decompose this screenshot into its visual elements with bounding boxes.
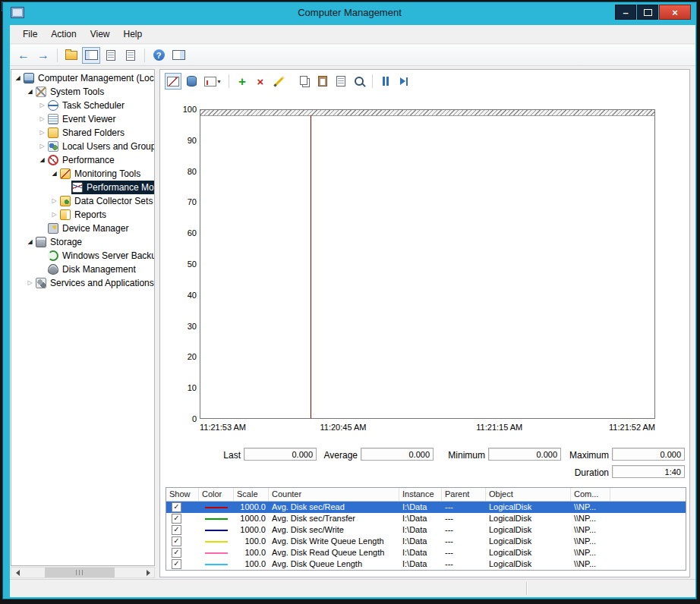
object-cell: LogicalDisk [486,536,571,547]
menu-view[interactable]: View [84,27,117,42]
zoom-button[interactable] [351,73,367,90]
counter-row-avg-disk-sec-read[interactable]: ✓1000.0Avg. Disk sec/ReadI:\Data---Logic… [166,502,686,513]
show-action-pane-button[interactable] [169,47,188,64]
column-header-color[interactable]: Color [199,488,234,501]
minimum-label: Minimum [437,449,485,462]
column-header-object[interactable]: Object [486,488,571,501]
tree-item-data-collector-sets[interactable]: ▷Data Collector Sets [11,194,154,208]
view-current-activity-button[interactable] [165,73,181,90]
counter-row-avg-disk-sec-transfer[interactable]: ✓1000.0Avg. Disk sec/TransferI:\Data---L… [166,513,686,524]
tree-item-storage[interactable]: ◢Storage [11,235,154,249]
tree-item-performance[interactable]: ◢Performance [11,153,154,167]
expanded-expander-icon[interactable]: ◢ [25,235,35,249]
back-button[interactable]: ← [14,47,33,64]
collapsed-expander-icon[interactable]: ▷ [25,276,35,290]
scale-cell: 100.0 [234,536,269,547]
client-area: FileActionViewHelp ← → ? ◢Computer Manag… [10,25,695,596]
tree-item-band: Performance Mo [71,181,154,194]
tree-item-band: Task Scheduler [47,99,154,112]
tree-item-device-manager[interactable]: Device Manager [11,222,154,235]
change-graph-type-button[interactable]: ▾ [201,73,224,90]
menu-help[interactable]: Help [117,27,150,42]
properties-button[interactable] [333,73,349,90]
properties-icon [336,76,345,87]
minimize-button[interactable]: – [615,5,636,20]
tree-item-monitoring-tools[interactable]: ◢Monitoring Tools [11,167,154,181]
title-bar[interactable]: Computer Management – × [3,2,696,23]
menu-file[interactable]: File [16,27,44,42]
column-header-scale[interactable]: Scale [234,488,269,501]
expanded-expander-icon[interactable]: ◢ [37,153,47,167]
tree-item-services-and-applications[interactable]: ▷Services and Applications [11,276,154,290]
collapsed-expander-icon[interactable]: ▷ [37,112,47,126]
color-cell [199,502,234,513]
up-one-level-button[interactable] [62,47,80,64]
column-header-parent[interactable]: Parent [442,488,486,501]
maximize-button[interactable] [637,5,658,20]
tree-item-shared-folders[interactable]: ▷Shared Folders [11,126,154,140]
show-checkbox[interactable]: ✓ [172,559,181,569]
menu-action[interactable]: Action [44,27,83,42]
collapsed-expander-icon[interactable]: ▷ [49,194,59,208]
tree-horizontal-scrollbar[interactable] [11,567,155,578]
collapsed-expander-icon[interactable]: ▷ [37,126,47,140]
expanded-expander-icon[interactable]: ◢ [25,85,35,99]
update-data-button[interactable] [396,73,412,90]
scroll-right-button[interactable] [142,568,154,577]
copy-properties-button[interactable] [296,73,313,90]
forward-button[interactable]: → [34,47,52,64]
tree-item-band: Storage [35,235,154,249]
view-log-data-button[interactable] [183,73,200,90]
magnifier-icon [355,77,364,86]
pencil-icon [273,76,284,87]
tree-item-task-scheduler[interactable]: ▷Task Scheduler [11,99,154,112]
show-checkbox[interactable]: ✓ [172,502,181,512]
paste-counter-list-button[interactable] [314,73,331,90]
highlight-button[interactable] [270,73,287,90]
show-checkbox[interactable]: ✓ [172,548,181,558]
tree-item-label: Services and Applications [49,278,154,288]
scrollbar-thumb[interactable] [45,568,115,577]
show-cell: ✓ [166,502,199,513]
freeze-display-button[interactable] [377,73,394,90]
tree-item-event-viewer[interactable]: ▷Event Viewer [11,112,154,126]
column-header-com[interactable]: Com... [571,488,610,501]
tree-item-label: Event Viewer [61,114,115,124]
close-button[interactable]: × [659,5,691,20]
delete-counter-button[interactable]: × [252,73,269,90]
counter-row-avg-disk-sec-write[interactable]: ✓1000.0Avg. Disk sec/WriteI:\Data---Logi… [166,524,686,536]
show-console-tree-button[interactable] [82,47,100,64]
show-checkbox[interactable]: ✓ [172,536,181,546]
column-header-instance[interactable]: Instance [399,488,442,501]
counter-row-avg-disk-queue-length[interactable]: ✓100.0Avg. Disk Queue LengthI:\Data---Lo… [166,558,686,570]
counter-row-avg-disk-write-queue-length[interactable]: ✓100.0Avg. Disk Write Queue LengthI:\Dat… [166,536,686,547]
show-checkbox[interactable]: ✓ [172,525,181,535]
expanded-expander-icon[interactable]: ◢ [13,71,23,85]
counter-row-avg-disk-read-queue-length[interactable]: ✓100.0Avg. Disk Read Queue LengthI:\Data… [166,547,686,558]
tree-item-disk-management[interactable]: Disk Management [11,263,154,276]
performance-icon [48,155,58,165]
tree-item-band: Windows Server Backup [47,249,154,263]
collapsed-expander-icon[interactable]: ▷ [49,208,59,222]
tree-item-reports[interactable]: ▷Reports [11,208,154,222]
column-header-counter[interactable]: Counter [269,488,399,501]
collapsed-expander-icon[interactable]: ▷ [37,99,47,112]
tree-item-band: Local Users and Groups [47,140,154,153]
show-checkbox[interactable]: ✓ [172,514,181,524]
y-axis-label: 60 [166,228,197,238]
tree-item-system-tools[interactable]: ◢System Tools [11,85,154,99]
scroll-left-button[interactable] [11,568,24,577]
tree-item-computer-management-local[interactable]: ◢Computer Management (Local [11,71,154,85]
collapsed-expander-icon[interactable]: ▷ [37,140,47,153]
properties-button[interactable] [102,47,120,64]
tree-item-windows-server-backup[interactable]: Windows Server Backup [11,249,154,263]
column-header-show[interactable]: Show [166,488,199,501]
tree-item-local-users-and-groups[interactable]: ▷Local Users and Groups [11,140,154,153]
export-list-button[interactable] [121,47,140,64]
add-counter-button[interactable]: + [234,73,251,90]
tree-item-band: Services and Applications [35,276,154,290]
help-button[interactable]: ? [150,47,168,64]
tree-item-performance-mo[interactable]: Performance Mo [11,181,154,194]
expanded-expander-icon[interactable]: ◢ [49,167,59,181]
computer-cell: \\NP... [571,502,610,513]
